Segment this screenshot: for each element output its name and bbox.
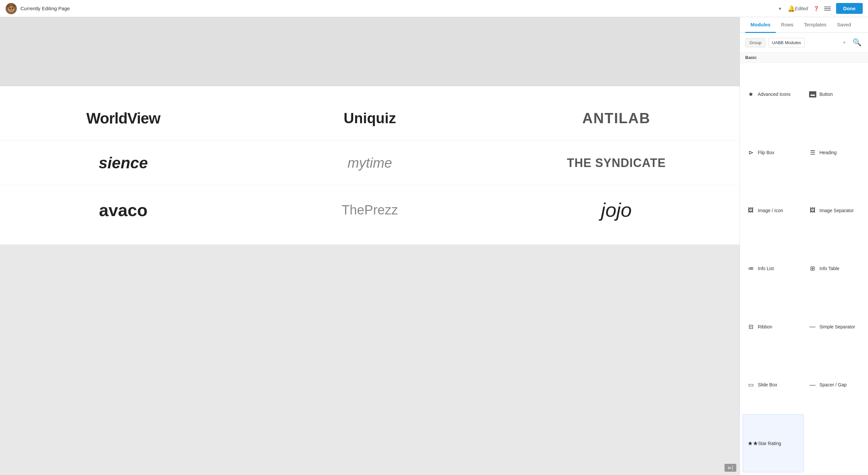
spacer-gap-icon: — [809,381,816,388]
svg-point-3 [8,6,14,12]
filter-row: Group UABB Modules All Modules 🔍 [740,33,868,52]
sidebar-tabs: Modules Rows Templates Saved [740,17,868,33]
tab-templates[interactable]: Templates [799,17,832,33]
module-slide-box-label: Slide Box [758,382,777,387]
module-image-separator[interactable]: 🖼 Image Separator [804,182,866,239]
done-button[interactable]: Done [836,3,863,14]
info-table-icon: ⊞ [809,265,816,272]
module-info-list-label: Info List [758,266,774,271]
module-image-separator-label: Image Separator [819,208,854,213]
module-simple-separator[interactable]: — Simple Separator [804,298,866,355]
module-heading[interactable]: ☰ Heading [804,124,866,181]
heading-icon: ☰ [809,149,816,156]
logo-antilab: ANTILAB [493,103,740,133]
logo-row-2: sience mytime THE SYNDICATE [0,141,740,185]
canvas-top-section [0,17,740,86]
image-icon-icon: 🖼 [747,207,754,214]
svg-point-5 [12,7,13,9]
svg-point-6 [10,9,12,11]
image-separator-icon: 🖼 [809,207,816,214]
help-icon[interactable]: ❓ [813,6,819,11]
module-heading-label: Heading [819,150,837,155]
star-rating-icon: ★★ [747,440,755,447]
module-advanced-icons-label: Advanced Icons [758,92,790,97]
module-spacer-gap[interactable]: — Spacer / Gap [804,356,866,414]
app-logo [5,3,17,14]
advanced-icons-icon: ★ [747,91,754,98]
logo-uniquiz: Uniquiz [247,103,493,133]
notifications-bell[interactable]: 🔔 [788,5,795,12]
module-star-rating-label: Star Rating [758,441,781,446]
ribbon-icon: ⊟ [747,323,754,330]
module-button-label: Button [819,92,833,97]
module-info-table-label: Info Table [819,266,839,271]
tab-saved[interactable]: Saved [832,17,857,33]
logo-worldview: WorldView [0,103,247,134]
canvas-logos-area: WorldView Uniquiz ANTILAB sience mytime [0,86,740,244]
module-flip-box-label: Flip Box [758,150,775,155]
flip-box-icon: ⊳ [747,149,754,156]
modules-grid: ★ Advanced Icons ▬ Button ⊳ Flip Box ☰ H… [740,63,868,475]
page-dropdown-chevron[interactable]: ▾ [779,6,781,11]
module-ribbon-label: Ribbon [758,324,772,329]
logo-mytime: mytime [247,149,493,178]
page-title: Currently Editing Page [21,6,776,11]
simple-separator-icon: — [809,323,816,330]
edited-status: Edited [795,6,808,11]
module-button[interactable]: ▬ Button [804,65,866,123]
logo-syndicate: THE SYNDICATE [493,150,740,177]
module-image-icon-label: Image / Icon [758,208,783,213]
info-list-icon: ≔ [747,265,754,272]
module-group-select[interactable]: UABB Modules All Modules [768,38,805,48]
logo-avaco: avaco [0,194,247,227]
logo-prezz: ThePrezz [247,196,493,224]
svg-point-4 [9,7,11,9]
canvas-area: WorldView Uniquiz ANTILAB sience mytime [0,17,740,475]
slide-box-icon: ▭ [747,381,754,388]
module-advanced-icons[interactable]: ★ Advanced Icons [743,65,804,123]
logo-row-1: WorldView Uniquiz ANTILAB [0,96,740,141]
group-filter-button[interactable]: Group [745,38,766,48]
module-slide-box[interactable]: ▭ Slide Box [743,356,804,414]
search-modules-button[interactable]: 🔍 [851,37,863,48]
logo-row-3: avaco ThePrezz jojo [0,185,740,235]
topbar-right: Edited ❓ Done [795,3,863,14]
logo-jojo: jojo [493,192,740,228]
module-ribbon[interactable]: ⊟ Ribbon [743,298,804,355]
module-flip-box[interactable]: ⊳ Flip Box [743,124,804,181]
topbar: Currently Editing Page ▾ 🔔 Edited ❓ Done [0,0,868,17]
module-info-list[interactable]: ≔ Info List [743,240,804,297]
menu-lines-icon[interactable] [824,7,831,10]
collapse-panel-button[interactable]: ⊳| [724,464,736,472]
module-image-icon[interactable]: 🖼 Image / Icon [743,182,804,239]
logo-sience: sience [0,147,247,179]
module-info-table[interactable]: ⊞ Info Table [804,240,866,297]
button-icon: ▬ [809,91,816,97]
section-label-basic: Basic [740,52,868,63]
main-layout: WorldView Uniquiz ANTILAB sience mytime [0,17,868,475]
module-star-rating[interactable]: ★★ Star Rating [743,414,804,472]
module-spacer-gap-label: Spacer / Gap [819,382,847,387]
module-group-select-wrapper: UABB Modules All Modules [768,38,848,48]
tab-modules[interactable]: Modules [745,17,776,33]
tab-rows[interactable]: Rows [776,17,799,33]
module-simple-separator-label: Simple Separator [819,324,855,329]
sidebar: Modules Rows Templates Saved Group UABB … [740,17,868,475]
